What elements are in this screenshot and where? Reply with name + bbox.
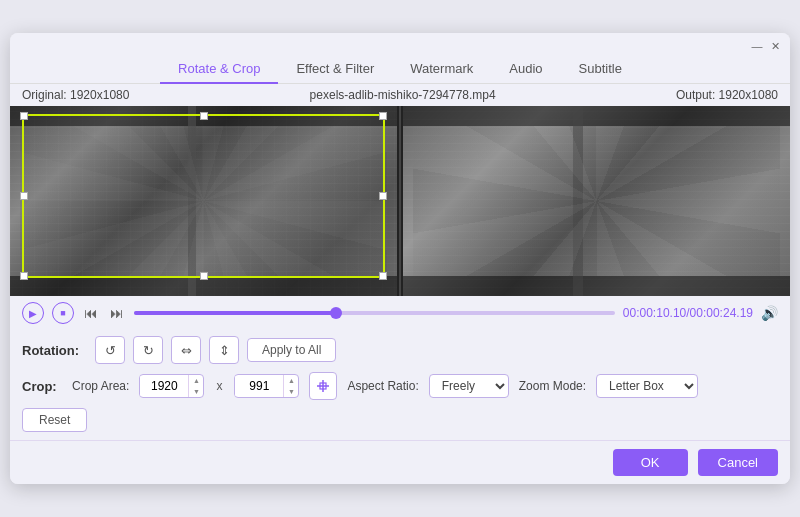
ok-button[interactable]: OK bbox=[613, 449, 688, 476]
crop-height-up-button[interactable]: ▲ bbox=[284, 375, 298, 386]
right-top-overlay bbox=[403, 106, 790, 126]
cancel-button[interactable]: Cancel bbox=[698, 449, 778, 476]
left-video-panel bbox=[10, 106, 397, 296]
crop-height-spinners: ▲ ▼ bbox=[283, 375, 298, 397]
original-resolution: Original: 1920x1080 bbox=[22, 88, 129, 102]
crop-row: Crop: Crop Area: ▲ ▼ x ▲ ▼ bbox=[22, 372, 778, 400]
filename: pexels-adlib-mishiko-7294778.mp4 bbox=[310, 88, 496, 102]
tab-subtitle[interactable]: Subtitle bbox=[561, 55, 640, 84]
title-bar: — ✕ bbox=[10, 33, 790, 55]
video-divider bbox=[399, 106, 401, 296]
playback-bar: ▶ ■ ⏮ ⏭ 00:00:10.10/00:00:24.19 🔊 bbox=[10, 296, 790, 330]
tab-bar: Rotate & Crop Effect & Filter Watermark … bbox=[10, 55, 790, 84]
progress-fill bbox=[134, 311, 336, 315]
crop-height-input-group: ▲ ▼ bbox=[234, 374, 299, 398]
volume-icon[interactable]: 🔊 bbox=[761, 305, 778, 321]
crop-width-down-button[interactable]: ▼ bbox=[189, 386, 203, 397]
info-bar: Original: 1920x1080 pexels-adlib-mishiko… bbox=[10, 84, 790, 106]
right-video-bg bbox=[403, 106, 790, 296]
zoom-mode-label: Zoom Mode: bbox=[519, 379, 586, 393]
rotation-label: Rotation: bbox=[22, 343, 87, 358]
center-crop-button[interactable] bbox=[309, 372, 337, 400]
dimension-separator: x bbox=[214, 379, 224, 393]
rotate-right-button[interactable]: ↻ bbox=[133, 336, 163, 364]
rotate-left-button[interactable]: ↺ bbox=[95, 336, 125, 364]
left-video-bg bbox=[10, 106, 397, 296]
title-bar-buttons: — ✕ bbox=[750, 37, 782, 55]
prev-frame-button[interactable]: ⏮ bbox=[82, 305, 100, 321]
time-total: 00:00:24.19 bbox=[690, 306, 753, 320]
play-button[interactable]: ▶ bbox=[22, 302, 44, 324]
tab-effect-filter[interactable]: Effect & Filter bbox=[278, 55, 392, 84]
output-resolution: Output: 1920x1080 bbox=[676, 88, 778, 102]
flip-h-icon: ⇔ bbox=[181, 343, 192, 358]
rotation-row: Rotation: ↺ ↻ ⇔ ⇕ Apply to All bbox=[22, 336, 778, 364]
tab-watermark[interactable]: Watermark bbox=[392, 55, 491, 84]
tab-audio[interactable]: Audio bbox=[491, 55, 560, 84]
rotate-left-icon: ↺ bbox=[105, 343, 116, 358]
reset-button[interactable]: Reset bbox=[22, 408, 87, 432]
controls-area: Rotation: ↺ ↻ ⇔ ⇕ Apply to All Crop: Cro… bbox=[10, 330, 790, 440]
left-bottom-overlay bbox=[10, 276, 397, 296]
close-button[interactable]: ✕ bbox=[768, 39, 782, 53]
crop-width-input-group: ▲ ▼ bbox=[139, 374, 204, 398]
aspect-ratio-label: Aspect Ratio: bbox=[347, 379, 418, 393]
crop-area-label: Crop Area: bbox=[72, 379, 129, 393]
tab-rotate-crop[interactable]: Rotate & Crop bbox=[160, 55, 278, 84]
apply-to-all-button[interactable]: Apply to All bbox=[247, 338, 336, 362]
flip-v-icon: ⇕ bbox=[219, 343, 230, 358]
rotate-right-icon: ↻ bbox=[143, 343, 154, 358]
right-video-panel bbox=[403, 106, 790, 296]
progress-thumb[interactable] bbox=[330, 307, 342, 319]
right-bottom-overlay bbox=[403, 276, 790, 296]
progress-bar[interactable] bbox=[134, 311, 615, 315]
video-area bbox=[10, 106, 790, 296]
crop-label: Crop: bbox=[22, 379, 62, 394]
minimize-button[interactable]: — bbox=[750, 39, 764, 53]
time-current: 00:00:10.10 bbox=[623, 306, 686, 320]
time-display: 00:00:10.10/00:00:24.19 bbox=[623, 306, 753, 320]
flip-vertical-button[interactable]: ⇕ bbox=[209, 336, 239, 364]
crop-height-input[interactable] bbox=[235, 376, 283, 396]
stop-button[interactable]: ■ bbox=[52, 302, 74, 324]
flip-horizontal-button[interactable]: ⇔ bbox=[171, 336, 201, 364]
bottom-bar: OK Cancel bbox=[10, 440, 790, 484]
crop-width-spinners: ▲ ▼ bbox=[188, 375, 203, 397]
crop-width-input[interactable] bbox=[140, 376, 188, 396]
main-window: — ✕ Rotate & Crop Effect & Filter Waterm… bbox=[10, 33, 790, 484]
crop-width-up-button[interactable]: ▲ bbox=[189, 375, 203, 386]
aspect-ratio-select[interactable]: Freely 16:9 4:3 1:1 9:16 bbox=[429, 374, 509, 398]
next-frame-button[interactable]: ⏭ bbox=[108, 305, 126, 321]
left-top-overlay bbox=[10, 106, 397, 126]
crop-height-down-button[interactable]: ▼ bbox=[284, 386, 298, 397]
zoom-mode-select[interactable]: Letter Box Pan & Scan Full bbox=[596, 374, 698, 398]
